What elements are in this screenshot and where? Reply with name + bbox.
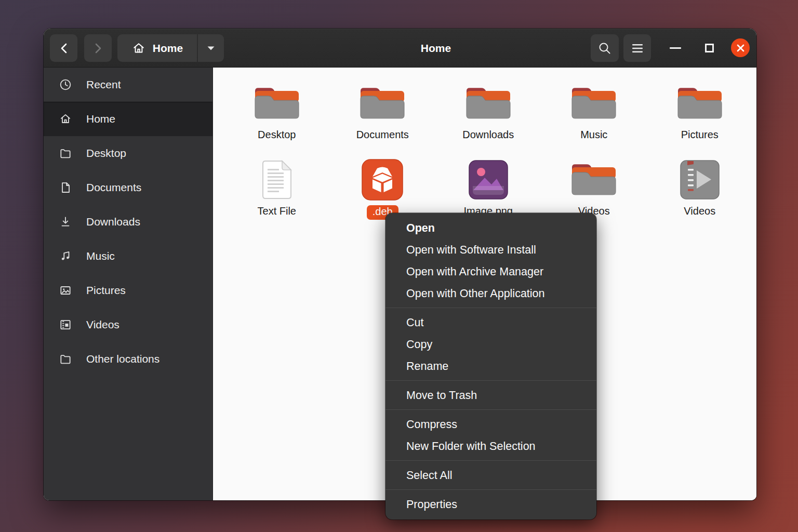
folder-icon bbox=[677, 87, 722, 120]
sidebar-item-label: Recent bbox=[86, 78, 121, 91]
minimize-button[interactable] bbox=[664, 34, 687, 62]
folder-icon bbox=[466, 87, 511, 120]
file-item-label: Documents bbox=[356, 129, 409, 141]
menu-item-open-with-archive-manager[interactable]: Open with Archive Manager bbox=[385, 261, 596, 283]
home-icon bbox=[131, 41, 146, 56]
file-item-label: Downloads bbox=[462, 129, 514, 141]
file-item-label: Desktop bbox=[258, 129, 296, 141]
path-bar-home-button[interactable]: Home bbox=[117, 34, 197, 62]
deb-package-icon bbox=[362, 159, 403, 201]
back-button[interactable] bbox=[50, 34, 77, 62]
menu-item-rename[interactable]: Rename bbox=[385, 355, 596, 377]
menu-item-open[interactable]: Open bbox=[385, 217, 596, 239]
text-file-icon bbox=[260, 159, 294, 200]
menu-item-copy[interactable]: Copy bbox=[385, 334, 596, 355]
clock-icon bbox=[59, 78, 72, 91]
menu-item-cut[interactable]: Cut bbox=[385, 312, 596, 334]
folder-icon bbox=[571, 164, 616, 196]
context-menu: Open Open with Software Install Open wit… bbox=[385, 213, 596, 520]
sidebar-item-recent[interactable]: Recent bbox=[44, 68, 212, 102]
folder-icon bbox=[255, 87, 299, 120]
video-file-icon bbox=[680, 160, 720, 200]
maximize-button[interactable] bbox=[698, 34, 721, 62]
image-file-icon bbox=[469, 160, 508, 200]
search-button[interactable] bbox=[591, 34, 619, 62]
folder-icon bbox=[571, 87, 616, 120]
file-item-downloads[interactable]: Downloads bbox=[435, 79, 541, 155]
window-title: Home bbox=[407, 29, 464, 68]
forward-button[interactable] bbox=[84, 34, 112, 62]
hamburger-menu-button[interactable] bbox=[623, 34, 651, 62]
hamburger-icon bbox=[631, 43, 644, 54]
sidebar-item-label: Downloads bbox=[86, 216, 140, 228]
sidebar-item-pictures[interactable]: Pictures bbox=[44, 273, 212, 308]
sidebar-item-label: Other locations bbox=[86, 353, 159, 365]
file-item-label: Pictures bbox=[681, 129, 719, 141]
menu-item-move-to-trash[interactable]: Move to Trash bbox=[385, 384, 596, 406]
folder-outline-icon bbox=[59, 352, 72, 366]
folder-icon bbox=[360, 87, 405, 120]
sidebar-item-music[interactable]: Music bbox=[44, 239, 212, 273]
picture-icon bbox=[59, 284, 72, 297]
close-button[interactable] bbox=[731, 38, 750, 57]
document-icon bbox=[59, 181, 72, 194]
sidebar-item-label: Desktop bbox=[86, 147, 126, 159]
sidebar-item-documents[interactable]: Documents bbox=[44, 170, 212, 205]
menu-item-open-with-software-install[interactable]: Open with Software Install bbox=[385, 239, 596, 261]
menu-item-properties[interactable]: Properties bbox=[385, 494, 596, 515]
file-item-desktop[interactable]: Desktop bbox=[224, 79, 330, 155]
file-item-music[interactable]: Music bbox=[541, 79, 647, 155]
menu-separator bbox=[385, 380, 596, 381]
maximize-icon bbox=[705, 44, 714, 52]
video-icon bbox=[59, 318, 72, 331]
sidebar-item-label: Pictures bbox=[86, 284, 126, 297]
file-item-video-file[interactable]: Videos bbox=[647, 155, 753, 232]
sidebar-item-label: Home bbox=[86, 113, 115, 125]
sidebar-item-label: Music bbox=[86, 250, 115, 262]
file-item-pictures[interactable]: Pictures bbox=[647, 79, 753, 155]
download-icon bbox=[59, 215, 72, 229]
menu-separator bbox=[385, 308, 596, 308]
sidebar-item-desktop[interactable]: Desktop bbox=[44, 136, 212, 170]
minimize-icon bbox=[670, 47, 681, 49]
header-bar: Home Home bbox=[44, 29, 756, 68]
music-note-icon bbox=[59, 249, 72, 263]
chevron-down-icon bbox=[207, 46, 215, 51]
menu-separator bbox=[385, 409, 596, 410]
menu-separator bbox=[385, 489, 596, 490]
desktop-background: { "titlebar": { "title": "Home", "path_b… bbox=[0, 0, 798, 532]
back-chevron-icon bbox=[59, 42, 69, 55]
menu-item-select-all[interactable]: Select All bbox=[385, 464, 596, 486]
folder-outline-icon bbox=[59, 147, 72, 160]
search-icon bbox=[598, 42, 611, 55]
menu-separator bbox=[385, 460, 596, 461]
sidebar-item-videos[interactable]: Videos bbox=[44, 308, 212, 342]
file-item-text-file[interactable]: Text File bbox=[224, 155, 330, 232]
menu-item-compress[interactable]: Compress bbox=[385, 414, 596, 435]
sidebar-item-downloads[interactable]: Downloads bbox=[44, 205, 212, 239]
path-bar-label: Home bbox=[153, 42, 183, 55]
close-x-icon bbox=[736, 44, 745, 52]
menu-item-new-folder-with-selection[interactable]: New Folder with Selection bbox=[385, 435, 596, 457]
sidebar-item-label: Videos bbox=[86, 318, 119, 331]
path-dropdown-button[interactable] bbox=[197, 34, 224, 62]
menu-item-open-with-other-application[interactable]: Open with Other Application bbox=[385, 283, 596, 304]
sidebar-item-home[interactable]: Home bbox=[44, 102, 212, 136]
home-icon bbox=[59, 112, 72, 126]
sidebar: Recent Home Desktop Documents Downloads … bbox=[44, 68, 213, 500]
file-item-documents[interactable]: Documents bbox=[330, 79, 436, 155]
forward-chevron-icon bbox=[93, 42, 103, 55]
file-item-label: Videos bbox=[684, 205, 715, 217]
sidebar-item-other-locations[interactable]: Other locations bbox=[44, 342, 212, 376]
file-item-label: Music bbox=[580, 129, 607, 141]
sidebar-item-label: Documents bbox=[86, 181, 141, 194]
file-item-label: Text File bbox=[258, 205, 296, 217]
